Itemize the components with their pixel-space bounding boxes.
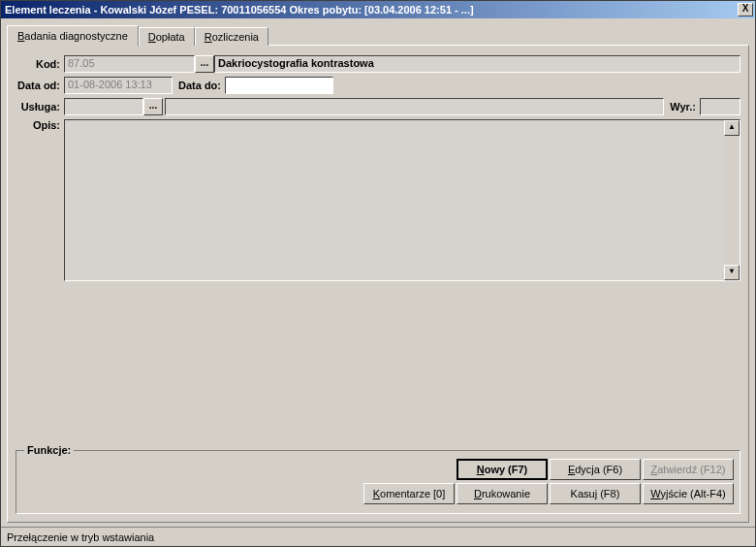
- label-kod: Kod:: [16, 58, 64, 70]
- nowy-button[interactable]: Nowy (F7): [457, 459, 548, 480]
- usluga-lookup-button[interactable]: ...: [143, 98, 163, 115]
- close-button[interactable]: X: [738, 3, 753, 16]
- field-usluga-name: [165, 98, 664, 115]
- komentarze-button[interactable]: Komentarze [0]: [363, 483, 455, 504]
- edycja-button[interactable]: Edycja (F6): [550, 459, 641, 480]
- field-data-do[interactable]: [225, 77, 333, 94]
- kod-lookup-button[interactable]: ...: [195, 55, 214, 73]
- button-row-2: Komentarze [0] Drukowanie Kasuj (F8) Wyj…: [22, 483, 734, 504]
- field-data-od[interactable]: 01-08-2006 13:13: [64, 77, 173, 94]
- opis-scrollbar[interactable]: ▲ ▼: [724, 120, 740, 280]
- label-data-od: Data od:: [16, 80, 64, 91]
- window: Element leczenia - Kowalski Józef PESEL:…: [0, 0, 756, 547]
- field-usluga[interactable]: [64, 98, 143, 115]
- status-text: Przełączenie w tryb wstawiania: [7, 531, 154, 543]
- field-opis[interactable]: ▲ ▼: [64, 119, 740, 281]
- row-data: Data od: 01-08-2006 13:13 Data do:: [16, 77, 740, 94]
- titlebar: Element leczenia - Kowalski Józef PESEL:…: [1, 1, 755, 18]
- window-title: Element leczenia - Kowalski Józef PESEL:…: [5, 1, 474, 18]
- button-row-1: Nowy (F7) Edycja (F6) Zatwierdź (F12): [22, 459, 734, 480]
- scroll-down-icon[interactable]: ▼: [724, 265, 740, 280]
- row-usluga: Usługa: ... Wyr.:: [16, 98, 740, 115]
- label-wyr: Wyr.:: [664, 101, 700, 113]
- kasuj-button[interactable]: Kasuj (F8): [550, 483, 641, 504]
- row-opis: Opis: ▲ ▼: [16, 119, 740, 281]
- scroll-up-icon[interactable]: ▲: [724, 120, 740, 136]
- field-wyr[interactable]: [700, 98, 740, 115]
- zatwierdz-button: Zatwierdź (F12): [643, 459, 734, 480]
- tab-doplata[interactable]: Dopłata: [139, 27, 195, 46]
- drukowanie-button[interactable]: Drukowanie: [457, 483, 548, 504]
- tab-strip: Badania diagnostyczne Dopłata Rozliczeni…: [7, 24, 749, 46]
- field-kod[interactable]: 87.05: [64, 55, 195, 73]
- wyjscie-button[interactable]: Wyjście (Alt-F4): [643, 483, 734, 504]
- row-kod: Kod: 87.05 ... Dakriocystografia kontras…: [16, 55, 740, 73]
- label-data-do: Data do:: [173, 80, 225, 91]
- label-usluga: Usługa:: [16, 101, 64, 113]
- tab-panel: Kod: 87.05 ... Dakriocystografia kontras…: [7, 45, 749, 523]
- tab-rozliczenia[interactable]: Rozliczenia: [195, 27, 268, 46]
- client-area: Badania diagnostyczne Dopłata Rozliczeni…: [1, 18, 755, 527]
- tab-badania-diagnostyczne[interactable]: Badania diagnostyczne: [7, 25, 139, 47]
- label-opis: Opis:: [16, 119, 64, 131]
- spacer: [16, 285, 740, 447]
- statusbar: Przełączenie w tryb wstawiania: [1, 527, 755, 546]
- funkcje-group: Nowy (F7) Edycja (F6) Zatwierdź (F12) Ko…: [16, 450, 740, 514]
- field-kod-name: Dakriocystografia kontrastowa: [214, 55, 740, 73]
